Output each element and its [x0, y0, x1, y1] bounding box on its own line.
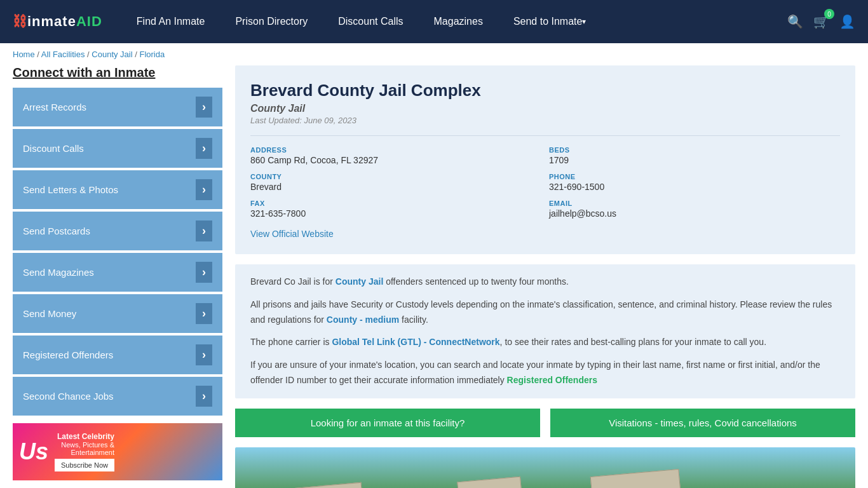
breadcrumb: Home / All Facilities / County Jail / Fl…	[0, 43, 868, 65]
user-icon[interactable]: 👤	[839, 14, 855, 29]
sidebar-btn-registered-offenders-label: Registered Offenders	[23, 349, 113, 360]
info-grid: ADDRESS 860 Camp Rd, Cocoa, FL 32927 BED…	[250, 135, 840, 219]
address-label: ADDRESS	[250, 146, 541, 154]
county-jail-link[interactable]: County Jail	[336, 276, 383, 287]
facility-name: Brevard County Jail Complex	[250, 81, 840, 100]
arrow-icon: ›	[196, 386, 212, 407]
phone-value: 321-690-1500	[549, 182, 840, 192]
arrow-icon: ›	[196, 97, 212, 118]
building-shape	[457, 476, 521, 488]
sidebar-btn-send-postcards-label: Send Postcards	[23, 226, 90, 236]
address-info: ADDRESS 860 Camp Rd, Cocoa, FL 32927	[250, 146, 541, 165]
description-p1: Brevard Co Jail is for County Jail offen…	[250, 274, 840, 290]
breadcrumb-county-jail[interactable]: County Jail	[92, 50, 132, 59]
nav-discount-calls[interactable]: Discount Calls	[323, 0, 418, 43]
header: ⛓inmateAID Find An Inmate Prison Directo…	[0, 0, 868, 43]
email-info: EMAIL jailhelp@bcso.us	[549, 200, 840, 219]
sidebar-title: Connect with an Inmate	[13, 65, 222, 80]
main-nav: Find An Inmate Prison Directory Discount…	[121, 0, 787, 43]
facility-card: Brevard County Jail Complex County Jail …	[235, 65, 855, 254]
nav-send-to-inmate[interactable]: Send to Inmate	[498, 0, 602, 43]
header-icons: 🔍 🛒 0 👤	[787, 14, 855, 29]
last-updated: Last Updated: June 09, 2023	[250, 116, 840, 125]
beds-value: 1709	[549, 155, 840, 165]
phone-info: PHONE 321-690-1500	[549, 173, 840, 192]
description-p2: All prisons and jails have Security or C…	[250, 297, 840, 328]
arrow-icon: ›	[196, 262, 212, 283]
sidebar-btn-second-chance-jobs-label: Second Chance Jobs	[23, 391, 114, 402]
phone-label: PHONE	[549, 173, 840, 180]
sidebar-btn-second-chance-jobs[interactable]: Second Chance Jobs ›	[13, 377, 222, 416]
county-value: Brevard	[250, 182, 541, 192]
action-buttons: Looking for an inmate at this facility? …	[235, 409, 855, 437]
building-shape	[285, 482, 363, 488]
nav-magazines[interactable]: Magazines	[419, 0, 498, 43]
sidebar-btn-arrest-records[interactable]: Arrest Records ›	[13, 88, 222, 126]
county-label: COUNTY	[250, 173, 541, 180]
sidebar-btn-send-money-label: Send Money	[23, 308, 76, 319]
logo-area[interactable]: ⛓inmateAID	[13, 13, 102, 30]
arrow-icon: ›	[196, 220, 212, 241]
county-medium-link[interactable]: County - medium	[327, 315, 399, 325]
ad-logo: Us	[19, 438, 48, 465]
beds-label: BEDS	[549, 146, 840, 154]
breadcrumb-florida[interactable]: Florida	[139, 50, 165, 59]
advertisement: Us Latest Celebrity News, Pictures &Ente…	[13, 423, 222, 480]
address-value: 860 Camp Rd, Cocoa, FL 32927	[250, 155, 541, 165]
ad-subtext: News, Pictures &Entertainment	[61, 441, 114, 456]
main-content: Brevard County Jail Complex County Jail …	[235, 65, 855, 488]
description-p4: If you are unsure of your inmate's locat…	[250, 358, 840, 388]
sidebar-btn-send-money[interactable]: Send Money ›	[13, 294, 222, 333]
cart-badge: 0	[824, 9, 834, 19]
nav-prison-directory[interactable]: Prison Directory	[220, 0, 323, 43]
arrow-icon: ›	[196, 344, 212, 365]
building-shape	[590, 469, 681, 488]
description-p3: The phone carrier is Global Tel Link (GT…	[250, 335, 840, 350]
subscribe-button[interactable]: Subscribe Now	[55, 459, 114, 471]
arrow-icon: ›	[196, 138, 212, 159]
sidebar-btn-arrest-records-label: Arrest Records	[23, 102, 86, 112]
gtl-link[interactable]: Global Tel Link (GTL) - ConnectNetwork	[332, 337, 499, 347]
aerial-image	[235, 447, 855, 488]
logo-icon: ⛓	[13, 13, 27, 29]
facility-type: County Jail	[250, 103, 840, 114]
sidebar-btn-send-letters-label: Send Letters & Photos	[23, 184, 118, 195]
description-section: Brevard Co Jail is for County Jail offen…	[235, 264, 855, 398]
breadcrumb-all-facilities[interactable]: All Facilities	[41, 50, 85, 59]
email-label: EMAIL	[549, 200, 840, 207]
sidebar-btn-discount-calls[interactable]: Discount Calls ›	[13, 129, 222, 168]
fax-label: FAX	[250, 200, 541, 207]
breadcrumb-home[interactable]: Home	[13, 50, 35, 59]
logo-text: ⛓inmateAID	[13, 13, 102, 30]
email-value: jailhelp@bcso.us	[549, 208, 840, 219]
beds-info: BEDS 1709	[549, 146, 840, 165]
arrow-icon: ›	[196, 303, 212, 324]
search-icon[interactable]: 🔍	[787, 14, 803, 29]
sidebar-btn-registered-offenders[interactable]: Registered Offenders ›	[13, 336, 222, 374]
sidebar-btn-send-postcards[interactable]: Send Postcards ›	[13, 212, 222, 250]
fax-value: 321-635-7800	[250, 208, 541, 219]
sidebar-btn-send-magazines[interactable]: Send Magazines ›	[13, 253, 222, 292]
cart-icon-wrapper[interactable]: 🛒 0	[813, 14, 829, 29]
fax-info: FAX 321-635-7800	[250, 200, 541, 219]
nav-find-inmate[interactable]: Find An Inmate	[121, 0, 220, 43]
ad-headline: Latest Celebrity	[55, 432, 114, 441]
ad-text: Latest Celebrity News, Pictures &Enterta…	[55, 432, 114, 471]
arrow-icon: ›	[196, 179, 212, 200]
sidebar-btn-discount-calls-label: Discount Calls	[23, 143, 84, 154]
sidebar-btn-send-magazines-label: Send Magazines	[23, 267, 94, 278]
registered-offenders-link[interactable]: Registered Offenders	[507, 375, 597, 385]
view-website-link[interactable]: View Official Website	[250, 229, 334, 239]
sidebar-btn-send-letters[interactable]: Send Letters & Photos ›	[13, 170, 222, 209]
sidebar: Connect with an Inmate Arrest Records › …	[13, 65, 222, 488]
find-inmate-button[interactable]: Looking for an inmate at this facility?	[235, 409, 540, 437]
county-info: COUNTY Brevard	[250, 173, 541, 192]
main-layout: Connect with an Inmate Arrest Records › …	[0, 65, 868, 488]
visitations-button[interactable]: Visitations - times, rules, Covid cancel…	[550, 409, 855, 437]
